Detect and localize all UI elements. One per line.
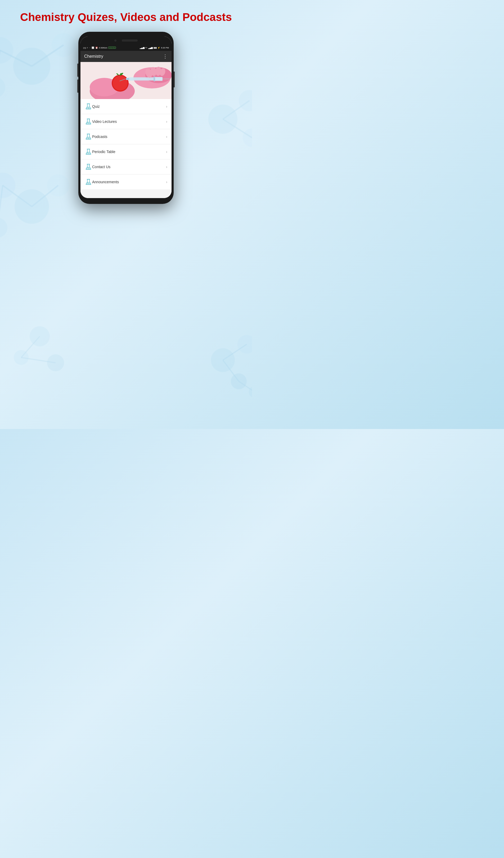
signal-bars: ▂▄▆ [140,47,145,49]
quiz-label: Quiz [92,104,166,109]
podcasts-chevron: › [166,134,167,139]
svg-point-63 [87,183,88,184]
video-lectures-chevron: › [166,120,167,124]
svg-rect-62 [87,164,90,164]
announcements-flask-icon [85,178,92,186]
periodic-table-label: Periodic Table [92,149,166,154]
hero-illustration [80,62,172,99]
bg-molecule-bottom-left [8,315,74,381]
svg-point-20 [238,335,252,353]
phone-device: (•)) f ··· ⬜ ⏰ 0.93Kb/s VOLTE2 ▂▄▆ 4G ▂▄… [78,32,174,204]
battery: ▮▮▮ [153,47,157,49]
phone-top-bar [80,36,172,45]
menu-item-quiz[interactable]: Quiz › [80,99,172,114]
podcasts-flask-icon [85,133,92,140]
svg-point-3 [0,77,5,98]
svg-point-15 [239,90,252,111]
podcasts-label: Podcasts [92,134,166,139]
bg-molecule-left [0,13,85,119]
fb-icon: f [87,47,87,49]
svg-rect-65 [87,179,90,179]
svg-point-1 [0,37,13,64]
svg-rect-50 [87,104,90,104]
svg-rect-59 [87,149,90,149]
front-camera [114,39,116,42]
contact-us-flask-icon [85,163,92,171]
page-title: Chemistry Quizes, Videos and Podcasts [4,11,248,24]
svg-rect-56 [87,134,90,134]
svg-point-61 [89,169,90,169]
hero-image [80,62,172,99]
svg-rect-39 [126,78,129,80]
svg-point-16 [243,128,252,147]
data-speed: 0.93Kb/s [99,47,108,49]
clock-icon: ⏰ [95,47,98,49]
svg-rect-38 [128,77,155,80]
status-bar: (•)) f ··· ⬜ ⏰ 0.93Kb/s VOLTE2 ▂▄▆ 4G ▂▄… [80,45,172,51]
signal-bars2: ▂▄▆ [148,47,153,49]
signal-icon: (•)) [83,47,86,49]
lte-icon: 4G [145,47,147,48]
screenshot-icon: ⬜ [92,47,94,49]
announcements-label: Announcements [92,180,166,184]
menu-item-contact-us[interactable]: Contact Us › [80,159,172,175]
svg-point-35 [113,76,128,91]
volume-up-button [77,64,78,77]
quiz-chevron: › [166,104,167,109]
bg-molecule-bottom-right [186,328,252,402]
bg-molecule-right [183,79,252,159]
svg-point-51 [87,122,88,123]
contact-us-chevron: › [166,165,167,169]
video-lectures-flask-icon [85,118,92,125]
svg-rect-53 [87,118,90,119]
svg-rect-43 [153,77,155,81]
app-toolbar: Chemistry ⋮ [80,51,172,62]
speaker [122,39,137,42]
svg-rect-40 [155,77,163,81]
menu-item-periodic-table[interactable]: Periodic Table › [80,144,172,159]
svg-point-60 [87,167,89,168]
notification-dots: ··· [89,47,91,49]
announcements-chevron: › [166,180,167,184]
bg-molecule-left2 [0,159,77,252]
app-title: Chemistry [84,54,103,59]
svg-point-49 [89,108,90,109]
menu-item-video-lectures[interactable]: Video Lectures › [80,114,172,129]
volte-badge: VOLTE2 [108,47,116,49]
app-content: Quiz › Video Lectures › [80,62,172,198]
svg-point-58 [89,153,90,154]
volume-down-button [77,79,78,93]
quiz-flask-icon [85,103,92,110]
more-options-icon[interactable]: ⋮ [163,53,168,59]
menu-item-podcasts[interactable]: Podcasts › [80,129,172,144]
periodic-table-chevron: › [166,149,167,154]
svg-point-57 [87,153,88,154]
periodic-table-flask-icon [85,148,92,156]
menu-list: Quiz › Video Lectures › [80,99,172,189]
svg-point-10 [0,218,7,238]
time: 9:20 PM [161,47,169,49]
svg-point-48 [87,107,89,108]
charging-icon: ⚡ [158,47,160,49]
contact-us-label: Contact Us [92,165,166,169]
menu-item-announcements[interactable]: Announcements › [80,175,172,189]
status-left: (•)) f ··· ⬜ ⏰ 0.93Kb/s VOLTE2 [83,47,116,49]
phone-screen: (•)) f ··· ⬜ ⏰ 0.93Kb/s VOLTE2 ▂▄▆ 4G ▂▄… [80,36,172,198]
svg-point-52 [89,123,90,124]
status-right: ▂▄▆ 4G ▂▄▆ ▮▮▮ ⚡ 9:20 PM [140,47,169,49]
svg-point-55 [89,138,90,139]
video-lectures-label: Video Lectures [92,120,166,124]
svg-point-64 [89,183,90,184]
svg-point-54 [87,138,89,139]
power-button [174,72,175,88]
